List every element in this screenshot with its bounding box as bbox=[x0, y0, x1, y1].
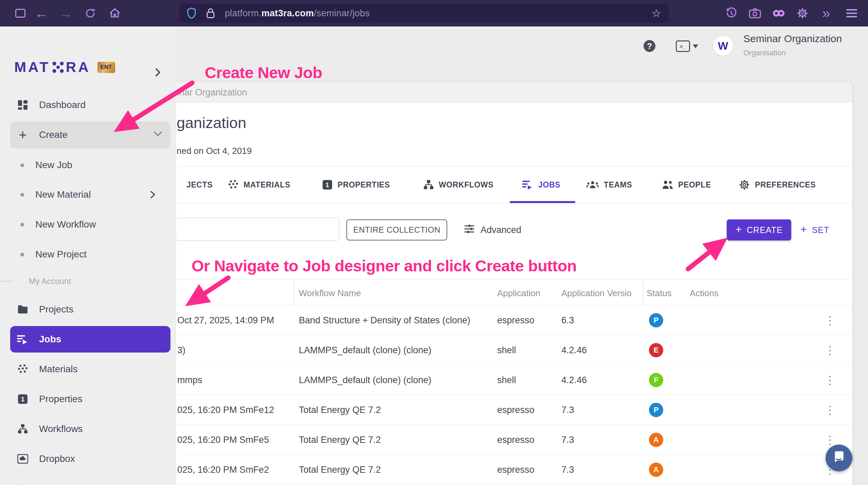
sidebar-toggle-icon[interactable] bbox=[10, 0, 31, 26]
status-badge: F bbox=[649, 373, 663, 387]
row-actions-kebab-icon[interactable]: ⋮ bbox=[824, 433, 836, 447]
row-actions-kebab-icon[interactable]: ⋮ bbox=[824, 313, 836, 327]
tab-properties[interactable]: 1 PROPERTIES bbox=[322, 166, 390, 203]
table-row[interactable]: 025, 16:20 PM SmFe2Total Energy QE 7.2es… bbox=[171, 455, 852, 485]
row-actions-kebab-icon[interactable]: ⋮ bbox=[824, 343, 836, 357]
reload-icon[interactable] bbox=[80, 0, 101, 26]
workflow-name-cell: Total Energy QE 7.2 bbox=[299, 464, 381, 475]
col-status: Status bbox=[647, 288, 672, 299]
chat-widget-button[interactable] bbox=[826, 445, 852, 471]
application-cell: espresso bbox=[497, 315, 535, 325]
tab-people[interactable]: PEOPLE bbox=[662, 166, 711, 203]
table-row[interactable]: 025, 16:20 PM SmFe12Total Energy QE 7.2e… bbox=[171, 395, 852, 425]
overflow-chevrons-icon[interactable]: » bbox=[816, 0, 836, 26]
entire-collection-button[interactable]: ENTIRE COLLECTION bbox=[346, 219, 447, 240]
tab-workflows[interactable]: WORKFLOWS bbox=[423, 166, 493, 203]
sidebar-item-properties[interactable]: 1 Properties bbox=[0, 388, 176, 410]
url-bar[interactable]: platform.mat3ra.com/seminar/jobs ☆ bbox=[179, 4, 669, 23]
job-name-cell: 3) bbox=[177, 345, 185, 355]
table-header-row: Workflow Name Application Application Ve… bbox=[171, 280, 852, 305]
tab-jobs[interactable]: JOBS bbox=[522, 166, 560, 203]
mat3ra-x-glyph-icon bbox=[52, 61, 65, 74]
plus-icon: + bbox=[800, 223, 807, 236]
lock-icon bbox=[206, 7, 215, 19]
status-badge: A bbox=[649, 463, 663, 477]
menu-icon[interactable] bbox=[842, 0, 862, 26]
history-icon[interactable] bbox=[721, 0, 741, 26]
tab-materials[interactable]: MATERIALS bbox=[228, 166, 290, 203]
shield-icon[interactable] bbox=[186, 7, 197, 19]
tab-projects[interactable]: JECTS bbox=[186, 166, 213, 203]
workflow-name-cell: LAMMPS_default (clone) (clone) bbox=[299, 345, 431, 355]
table-row[interactable]: mmpsLAMMPS_default (clone) (clone)shell4… bbox=[171, 365, 852, 395]
console-dropdown-icon[interactable]: >_ bbox=[676, 40, 698, 52]
sidebar-item-projects[interactable]: Projects bbox=[0, 299, 176, 320]
application-cell: shell bbox=[497, 375, 516, 385]
sidebar-item-new-material[interactable]: New Material bbox=[0, 184, 176, 205]
status-badge: P bbox=[649, 403, 663, 417]
sidebar-item-new-workflow[interactable]: New Workflow bbox=[0, 214, 176, 235]
joined-date: ned on Oct 4, 2019 bbox=[177, 146, 252, 156]
table-row[interactable]: Oct 27, 2025, 14:09 PMBand Structure + D… bbox=[171, 305, 852, 335]
active-tab-underline bbox=[510, 201, 575, 203]
row-actions-kebab-icon[interactable]: ⋮ bbox=[824, 373, 836, 387]
org-name: Seminar Organization bbox=[743, 33, 842, 44]
sidebar: MATRA ENT Dashboard + Create New Job New… bbox=[0, 26, 176, 485]
settings-gear-icon[interactable] bbox=[792, 0, 813, 26]
table-row[interactable]: 3)LAMMPS_default (clone) (clone)shell4.2… bbox=[171, 335, 852, 365]
sidebar-item-workflows[interactable]: Workflows bbox=[0, 418, 176, 440]
workflow-tree-icon bbox=[423, 180, 434, 190]
back-arrow-icon[interactable]: ← bbox=[31, 0, 52, 26]
table-row[interactable]: 025, 16:20 PM SmFe5Total Energy QE 7.2es… bbox=[171, 425, 852, 455]
sidebar-item-dropbox[interactable]: Dropbox bbox=[0, 448, 176, 470]
workflow-name-cell: Total Energy QE 7.2 bbox=[299, 434, 381, 445]
jobs-list-icon bbox=[17, 334, 29, 344]
container-mask-icon[interactable] bbox=[768, 0, 789, 26]
gear-icon bbox=[739, 179, 750, 190]
tab-bar: JECTS MATERIALS 1 PROPERTIES WORKFLOWS J… bbox=[171, 166, 852, 203]
sidebar-item-new-job[interactable]: New Job bbox=[0, 155, 176, 175]
dropbox-cloud-icon bbox=[17, 454, 29, 464]
sidebar-item-materials[interactable]: Materials bbox=[0, 358, 176, 380]
tab-preferences[interactable]: PREFERENCES bbox=[739, 166, 816, 203]
col-application-version: Application Versio bbox=[561, 288, 632, 299]
application-cell: shell bbox=[497, 345, 516, 355]
application-version-cell: 4.2.46 bbox=[561, 345, 587, 355]
tab-teams[interactable]: TEAMS bbox=[586, 166, 632, 203]
search-input[interactable] bbox=[176, 218, 339, 241]
folder-icon bbox=[17, 305, 29, 314]
properties-one-icon: 1 bbox=[17, 394, 29, 404]
bullet-icon bbox=[20, 163, 24, 167]
svg-text:1: 1 bbox=[21, 396, 25, 403]
forward-arrow-icon[interactable]: → bbox=[56, 0, 76, 26]
home-icon[interactable] bbox=[105, 0, 125, 26]
advanced-filter-button[interactable]: Advanced bbox=[464, 219, 521, 240]
sidebar-item-new-project[interactable]: New Project bbox=[0, 244, 176, 265]
org-avatar[interactable]: W bbox=[713, 36, 733, 56]
help-icon[interactable]: ? bbox=[644, 40, 655, 52]
status-badge: A bbox=[649, 433, 663, 447]
screenshot-camera-icon[interactable] bbox=[745, 0, 765, 26]
properties-one-icon: 1 bbox=[322, 180, 332, 190]
breadcrumb-text: inar Organization bbox=[177, 87, 247, 98]
workflow-tree-icon bbox=[17, 424, 29, 434]
people-pair-icon bbox=[662, 180, 673, 190]
set-button[interactable]: + SET bbox=[800, 219, 829, 240]
sidebar-item-jobs-label[interactable]: Jobs bbox=[0, 328, 176, 350]
sidebar-item-dashboard[interactable]: Dashboard bbox=[0, 94, 176, 116]
teams-group-icon bbox=[586, 180, 599, 190]
sidebar-collapse-icon[interactable] bbox=[153, 67, 162, 79]
materials-dots-icon bbox=[228, 180, 238, 190]
mat3ra-logo[interactable]: MATRA ENT bbox=[14, 59, 115, 75]
url-text: platform.mat3ra.com/seminar/jobs bbox=[225, 8, 370, 19]
table-body: Oct 27, 2025, 14:09 PMBand Structure + D… bbox=[171, 305, 852, 485]
jobs-table: Workflow Name Application Application Ve… bbox=[171, 280, 852, 485]
sidebar-item-create-label[interactable]: + Create bbox=[0, 124, 176, 146]
sidebar-item-external-uploads[interactable]: External Uploads bbox=[0, 478, 176, 485]
svg-text:1: 1 bbox=[325, 181, 329, 188]
org-type-label: Organisation bbox=[743, 49, 786, 57]
create-button[interactable]: + CREATE bbox=[727, 219, 791, 240]
bookmark-star-icon[interactable]: ☆ bbox=[651, 7, 661, 20]
plus-icon: + bbox=[735, 223, 742, 236]
row-actions-kebab-icon[interactable]: ⋮ bbox=[824, 403, 836, 417]
